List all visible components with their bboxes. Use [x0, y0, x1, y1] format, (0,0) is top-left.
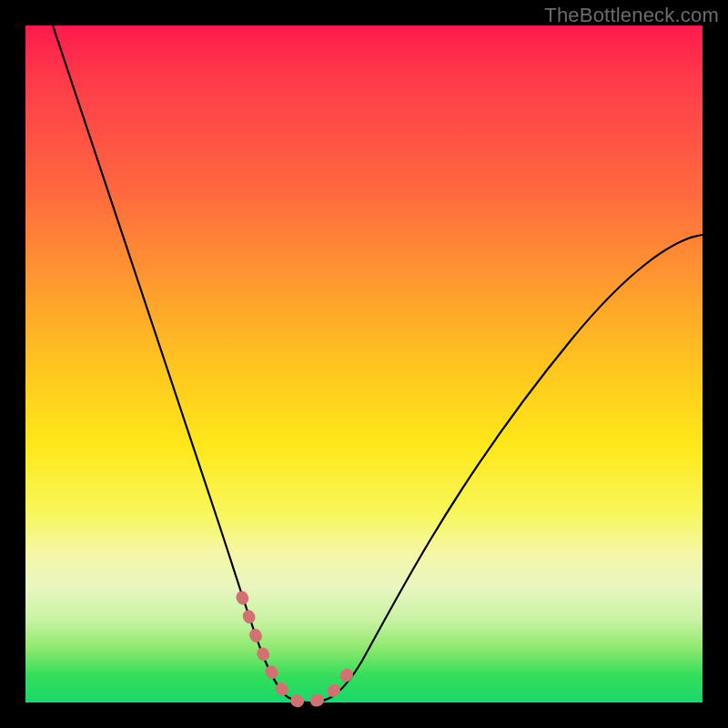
highlight-segment [242, 597, 349, 702]
bottleneck-curve [53, 25, 703, 703]
plot-area [25, 25, 703, 703]
watermark-label: TheBottleneck.com [544, 4, 719, 27]
chart-frame: TheBottleneck.com [0, 0, 728, 728]
curve-layer [25, 25, 703, 703]
